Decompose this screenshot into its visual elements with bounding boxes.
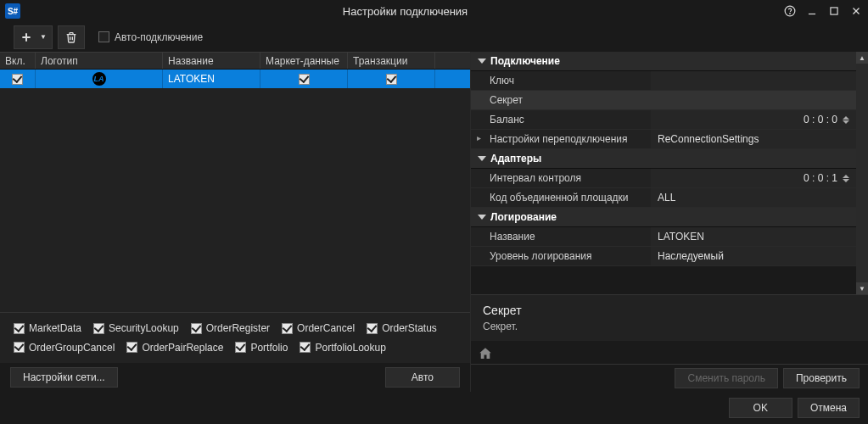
maximize-button[interactable] (827, 4, 841, 18)
feature-checkbox[interactable]: PortfolioLookup (300, 341, 385, 355)
minimize-button[interactable] (805, 4, 819, 18)
feature-checkbox[interactable]: OrderGroupCancel (14, 341, 115, 355)
enabled-checkbox[interactable] (12, 74, 23, 85)
feature-checkbox[interactable]: Portfolio (235, 341, 288, 355)
auto-connect-checkbox[interactable]: Авто-подключение (98, 31, 203, 43)
prop-control-interval[interactable]: Интервал контроля0 : 0 : 1 (471, 169, 856, 188)
prop-secret[interactable]: Секрет (471, 91, 856, 110)
close-button[interactable] (849, 4, 863, 18)
col-logo[interactable]: Логотип (36, 53, 163, 69)
description-panel: Секрет Секрет. (471, 294, 868, 341)
check-icon (300, 342, 311, 353)
row-name: LATOKEN (163, 70, 260, 88)
check-icon (282, 323, 293, 334)
prop-balance[interactable]: Баланс0 : 0 : 0 (471, 110, 856, 130)
scrollbar[interactable]: ▲ ▼ (856, 52, 868, 294)
scroll-down-icon[interactable]: ▼ (856, 282, 868, 294)
check-icon (14, 323, 25, 334)
app-icon: S# (5, 3, 20, 19)
category-logging[interactable]: Логирование (471, 208, 856, 227)
col-enabled[interactable]: Вкл. (0, 53, 36, 69)
feature-checkbox[interactable]: MarketData (14, 321, 81, 336)
check-icon (14, 342, 25, 353)
window-title: Настройки подключения (27, 5, 783, 18)
feature-checkbox[interactable]: OrderCancel (282, 321, 355, 336)
check-icon (93, 323, 104, 334)
home-icon[interactable] (478, 346, 493, 361)
col-transactions[interactable]: Транзакции (348, 53, 435, 69)
desc-text: Секрет. (483, 321, 856, 332)
auto-connect-label: Авто-подключение (115, 31, 203, 43)
grid-header: Вкл. Логотип Название Маркет-данные Тран… (0, 52, 470, 70)
network-settings-button[interactable]: Настройки сети... (10, 367, 118, 388)
features-panel: MarketDataSecurityLookupOrderRegisterOrd… (0, 312, 470, 363)
feature-checkbox[interactable]: OrderRegister (191, 321, 270, 336)
delete-button[interactable] (58, 25, 85, 49)
feature-checkbox[interactable]: OrderPairReplace (126, 341, 223, 355)
svg-point-1 (790, 14, 791, 14)
col-name[interactable]: Название (163, 53, 260, 69)
check-button[interactable]: Проверить (783, 368, 860, 388)
add-button[interactable]: ▼ (14, 25, 53, 49)
grid-row[interactable]: LA LATOKEN (0, 70, 470, 88)
transactions-checkbox[interactable] (386, 74, 397, 85)
latoken-logo-icon: LA (91, 70, 108, 87)
check-icon (126, 342, 137, 353)
chevron-down-icon: ▼ (40, 33, 47, 41)
check-icon (191, 323, 202, 334)
desc-title: Секрет (483, 304, 856, 317)
prop-log-level[interactable]: Уровень логированияНаследуемый (471, 247, 856, 266)
check-icon (367, 323, 378, 334)
feature-checkbox[interactable]: OrderStatus (367, 321, 437, 336)
market-data-checkbox[interactable] (299, 74, 310, 85)
prop-key[interactable]: Ключ (471, 71, 856, 91)
category-adapters[interactable]: Адаптеры (471, 149, 856, 169)
cancel-button[interactable]: Отмена (798, 398, 860, 418)
svg-rect-3 (831, 8, 837, 14)
feature-checkbox[interactable]: SecurityLookup (93, 321, 179, 336)
spinner-icon[interactable] (843, 116, 849, 124)
change-password-button[interactable]: Сменить пароль (675, 368, 778, 388)
ok-button[interactable]: OK (729, 398, 792, 418)
prop-board-code[interactable]: Код объединенной площадкиALL (471, 188, 856, 208)
help-icon[interactable] (783, 4, 797, 18)
spinner-icon[interactable] (843, 175, 849, 182)
auto-button[interactable]: Авто (385, 367, 460, 388)
check-icon (235, 342, 246, 353)
col-market-data[interactable]: Маркет-данные (260, 53, 348, 69)
prop-reconnect[interactable]: Настройки переподключенияReConnectionSet… (471, 130, 856, 149)
category-connection[interactable]: Подключение (471, 52, 856, 71)
prop-log-name[interactable]: НазваниеLATOKEN (471, 227, 856, 247)
scroll-up-icon[interactable]: ▲ (856, 52, 868, 64)
